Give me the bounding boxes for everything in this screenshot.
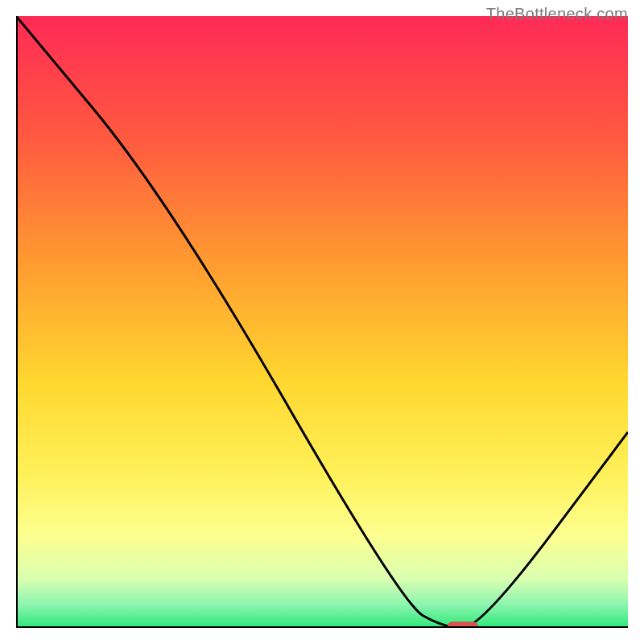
- chart-svg: [16, 16, 628, 628]
- bottleneck-chart: [16, 16, 628, 628]
- plot-background: [16, 16, 628, 628]
- watermark-text: TheBottleneck.com: [486, 5, 628, 23]
